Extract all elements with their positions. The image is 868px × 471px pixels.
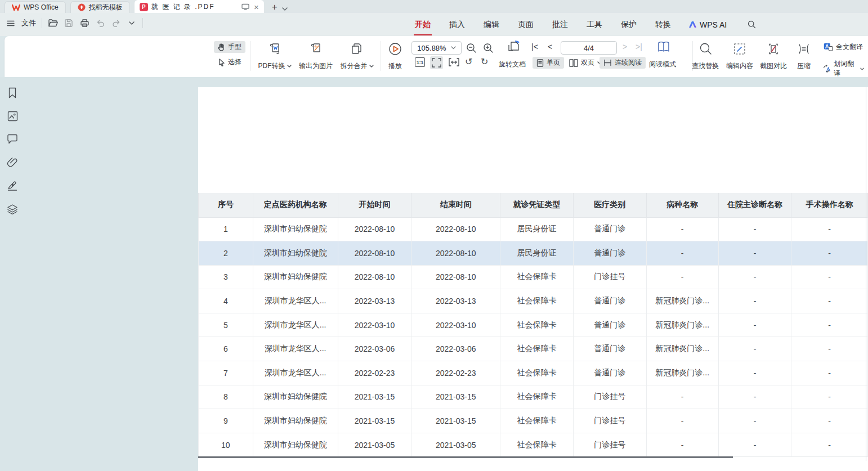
first-page-button[interactable]: |< <box>531 42 538 51</box>
table-cell: 8 <box>199 385 253 409</box>
table-cell: 居民身份证 <box>500 217 574 241</box>
table-cell: - <box>718 289 791 313</box>
word-translate-button[interactable]: 划词翻译 <box>818 58 868 79</box>
new-tab-button[interactable]: + <box>272 2 278 13</box>
vertical-scrollbar[interactable] <box>866 87 866 461</box>
table-cell: 深圳市妇幼保健院 <box>253 265 338 289</box>
wps-ai-button[interactable]: WPS AI <box>688 20 727 29</box>
prev-page-button[interactable]: < <box>548 42 552 51</box>
menu-tab-edit[interactable]: 编辑 <box>482 17 500 32</box>
table-cell: 2022-03-10 <box>411 313 500 337</box>
redo-icon[interactable] <box>111 18 121 28</box>
single-page-button[interactable]: 单页 <box>533 57 564 69</box>
tab-wps-office[interactable]: WPS Office <box>5 1 66 13</box>
table-cell: 2022-03-13 <box>338 289 411 313</box>
zoom-in-icon[interactable] <box>483 43 494 53</box>
table-cell: 门诊挂号 <box>573 433 646 457</box>
split-merge-button[interactable]: 拆分合并 <box>336 41 378 73</box>
hamburger-menu-icon[interactable] <box>6 18 16 28</box>
table-cell: 社会保障卡 <box>500 337 574 361</box>
play-label: 播放 <box>388 61 402 71</box>
signature-icon[interactable] <box>7 180 18 191</box>
screenshot-compare-label: 截图对比 <box>760 61 787 71</box>
export-image-button[interactable]: 输出为图片 <box>295 41 337 73</box>
table-cell: 普通门诊 <box>573 361 646 385</box>
table-cell: 2022-08-10 <box>411 241 500 266</box>
continuous-read-button[interactable]: 连续阅读 <box>599 57 646 69</box>
bookmark-icon[interactable] <box>7 87 17 98</box>
zoom-level-select[interactable]: 105.88% <box>411 41 462 55</box>
edit-content-label: 编辑内容 <box>726 61 753 71</box>
table-cell: 2022-02-23 <box>411 361 500 385</box>
fit-width-button[interactable] <box>447 56 461 68</box>
file-menu[interactable]: 文件 <box>21 18 36 28</box>
table-cell: 2 <box>199 241 253 266</box>
table-cell: 普通门诊 <box>573 313 646 337</box>
play-button[interactable]: 播放 <box>374 41 416 73</box>
present-monitor-icon[interactable] <box>241 3 249 10</box>
tab-document[interactable]: P 就 医 记 录 .PDF × <box>135 0 264 13</box>
double-page-label: 双页 <box>581 58 594 68</box>
compress-button[interactable]: 压缩 <box>790 41 817 73</box>
thumbnail-icon[interactable] <box>7 111 18 122</box>
table-header-row: 序号定点医药机构名称开始时间结束时间就诊凭证类型医疗类别病种名称住院主诊断名称手… <box>199 193 868 217</box>
history-chevron-icon[interactable] <box>127 18 137 28</box>
medical-table: 序号定点医药机构名称开始时间结束时间就诊凭证类型医疗类别病种名称住院主诊断名称手… <box>198 193 868 457</box>
open-file-icon[interactable] <box>48 18 58 28</box>
comment-icon[interactable] <box>7 134 18 144</box>
table-cell: - <box>791 313 868 337</box>
menu-tab-protect[interactable]: 保护 <box>620 17 638 32</box>
fit-page-button[interactable] <box>430 56 443 69</box>
table-cell: 9 <box>199 409 253 433</box>
table-cell: - <box>718 361 791 385</box>
last-page-button[interactable]: >| <box>636 42 642 51</box>
menu-search-icon[interactable] <box>746 20 757 30</box>
close-tab-icon[interactable]: × <box>254 2 259 12</box>
select-tool-button[interactable]: 选择 <box>214 56 245 68</box>
menu-tab-tools[interactable]: 工具 <box>585 17 603 32</box>
table-cell: 2022-08-10 <box>338 265 411 289</box>
print-icon[interactable] <box>79 18 90 28</box>
actual-size-button[interactable]: 1:1 <box>415 57 425 67</box>
rotate-right-icon[interactable]: ↻ <box>481 56 488 67</box>
rotate-left-icon[interactable]: ↺ <box>465 56 472 67</box>
next-page-button[interactable]: > <box>623 42 627 51</box>
read-mode-label[interactable]: 阅读模式 <box>649 60 676 69</box>
table-cell: 新冠肺炎门诊... <box>646 313 718 337</box>
pdf-convert-button[interactable]: PDF转换 <box>254 41 296 73</box>
find-replace-button[interactable]: 查找替换 <box>687 41 724 73</box>
attachment-icon[interactable] <box>7 156 18 168</box>
hand-tool-button[interactable]: 手型 <box>214 41 245 53</box>
menu-tab-page[interactable]: 页面 <box>517 17 535 32</box>
table-cell: - <box>646 409 718 433</box>
column-header: 结束时间 <box>411 193 500 217</box>
tab-docer-templates[interactable]: 找稻壳模板 <box>70 1 130 13</box>
column-header: 序号 <box>199 193 253 217</box>
table-row: 9深圳市妇幼保健院2021-03-152021-03-15社会保障卡门诊挂号--… <box>199 409 868 433</box>
table-cell: 深圳市妇幼保健院 <box>253 241 338 266</box>
zoom-out-icon[interactable] <box>466 43 477 53</box>
page-number-input[interactable]: 4/4 <box>561 41 617 55</box>
tab-list-chevron-icon[interactable] <box>282 7 288 11</box>
read-mode-book-icon[interactable] <box>656 41 671 54</box>
table-horizontal-scrollbar[interactable] <box>198 456 733 458</box>
screenshot-compare-button[interactable]: 截图对比 <box>757 41 790 73</box>
zoom-level-value: 105.88% <box>417 44 446 52</box>
table-cell: 居民身份证 <box>500 241 574 266</box>
edit-content-button[interactable]: 编辑内容 <box>723 41 757 73</box>
table-cell: - <box>791 217 868 241</box>
full-translate-button[interactable]: 全文翻译 <box>820 41 867 53</box>
table-cell: 3 <box>199 265 253 289</box>
undo-icon[interactable] <box>95 18 105 28</box>
table-row: 2深圳市妇幼保健院2022-08-102022-08-10居民身份证普通门诊--… <box>199 241 868 266</box>
save-icon[interactable] <box>64 18 74 28</box>
table-cell: 7 <box>199 361 253 385</box>
rotate-pages-icon[interactable] <box>505 41 521 55</box>
menu-tab-home[interactable]: 开始 <box>414 17 432 32</box>
rotate-doc-label[interactable]: 旋转文档 <box>499 60 526 69</box>
menu-tab-insert[interactable]: 插入 <box>448 17 466 32</box>
menu-tab-convert[interactable]: 转换 <box>654 17 672 32</box>
menu-tab-comment[interactable]: 批注 <box>551 17 569 32</box>
ribbon-toolbar: 手型 选择 PDF转换 输出为图片 拆分合并 播放 105.88% <box>5 36 868 77</box>
layers-icon[interactable] <box>7 204 18 214</box>
